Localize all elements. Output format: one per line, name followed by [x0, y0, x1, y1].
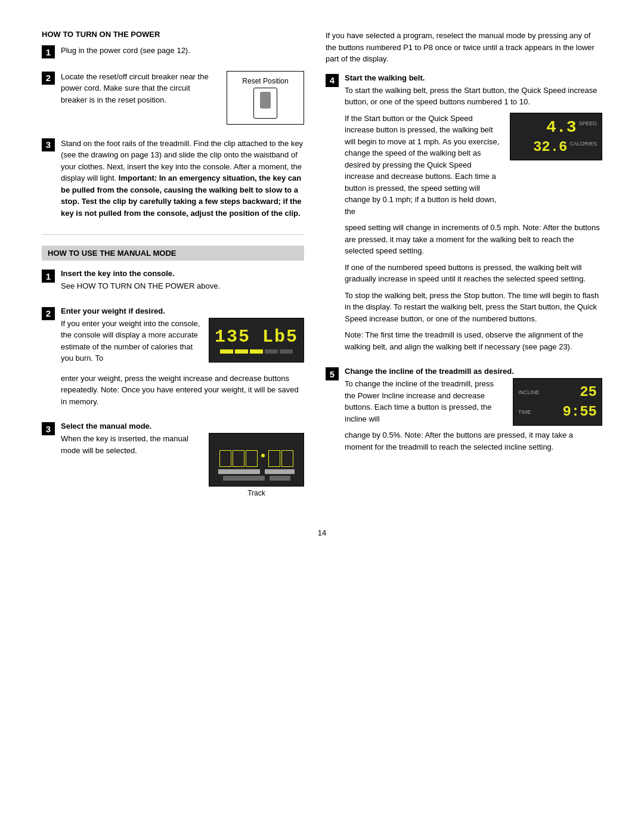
right-step-num-5: 5 [326, 367, 339, 380]
manual-step2-text2: enter your weight, press the weight incr… [61, 373, 304, 408]
step5-text1: To change the incline of the treadmill, … [345, 378, 504, 425]
step4-title: Start the walking belt. [345, 73, 602, 82]
step-num-1: 1 [42, 45, 55, 58]
weight-bar-3 [250, 349, 263, 354]
track-digit-3 [246, 450, 258, 467]
track-bars-row1 [218, 469, 295, 474]
weight-bars [220, 349, 293, 354]
track-digit-5 [281, 450, 293, 467]
speed-label: SPEED [578, 118, 597, 126]
track-digits-row [219, 450, 293, 467]
power-step1-text: Plug in the power cord (see page 12). [61, 45, 304, 57]
page-number: 14 [42, 528, 602, 537]
manual-step3-text: When the key is inserted, the manual mod… [61, 433, 200, 456]
time-label: TIME [518, 409, 542, 415]
step4-text5: To stop the walking belt, press the Stop… [345, 290, 602, 325]
track-dot [261, 454, 265, 457]
power-step3-text: Stand on the foot rails of the treadmill… [61, 138, 304, 219]
track-group-1 [219, 450, 258, 467]
track-bar-long2 [223, 476, 265, 481]
right-step5: 5 Change the incline of the treadmill as… [326, 367, 602, 457]
incline-row: INCLINE 25 [518, 384, 597, 400]
power-section-header: HOW TO TURN ON THE POWER [42, 30, 304, 39]
manual-step2-title: Enter your weight if desired. [61, 306, 304, 315]
weight-bar-4 [265, 349, 278, 354]
step4-text4: If one of the numbered speed buttons is … [345, 262, 602, 285]
manual-step-num-3: 3 [42, 422, 55, 435]
manual-step1-title: Insert the key into the console. [61, 269, 304, 278]
manual-section: HOW TO USE THE MANUAL MODE 1 Insert the … [42, 246, 304, 501]
section-divider [42, 234, 304, 235]
weight-display: 135 Lb5 [209, 318, 304, 363]
speed-display: 4.3 SPEED 32.6 CALORIES [510, 113, 602, 160]
weight-bar-1 [220, 349, 233, 354]
step5-inline-block: To change the incline of the treadmill, … [345, 378, 602, 429]
track-group-2 [268, 450, 293, 467]
manual-step3-title: Select the manual mode. [61, 422, 304, 431]
weight-bar-5 [280, 349, 293, 354]
incline-display: INCLINE 25 TIME 9:55 [513, 378, 602, 426]
weight-digits: 135 Lb5 [215, 327, 298, 347]
calories-row: 32.6 CALORIES [515, 139, 597, 155]
time-value: 9:55 [544, 404, 597, 420]
track-bar-short [270, 476, 290, 481]
step-num-2: 2 [42, 72, 55, 85]
track-bar-med [265, 469, 295, 474]
power-step2: 2 Locate the reset/off circuit breaker n… [42, 71, 304, 128]
reset-switch-image [253, 88, 277, 119]
manual-step-num-1: 1 [42, 270, 55, 283]
reset-position-box: Reset Position [227, 71, 304, 125]
speed-row: 4.3 SPEED [515, 118, 597, 137]
right-step-num-4: 4 [326, 74, 339, 87]
calories-label: CALORIES [569, 139, 597, 147]
step4-inline-block: If the Start button or the Quick Speed i… [345, 113, 602, 222]
calories-value: 32.6 [533, 139, 568, 155]
step4-text2: If the Start button or the Quick Speed i… [345, 113, 501, 218]
manual-step3: 3 Select the manual mode. When the key i… [42, 422, 304, 501]
right-step4: 4 Start the walking belt. To start the w… [326, 73, 602, 358]
manual-step1: 1 Insert the key into the console. See H… [42, 269, 304, 297]
step4-text6: Note: The first time the treadmill is us… [345, 329, 602, 352]
speed-value: 4.3 [546, 118, 576, 137]
track-display [209, 433, 304, 487]
step4-text1: To start the walking belt, press the Sta… [345, 85, 602, 108]
manual-step-num-2: 2 [42, 307, 55, 320]
step4-text3: speed setting will change in increments … [345, 222, 602, 257]
manual-step2-text1: If you enter your weight into the consol… [61, 318, 200, 364]
power-step3: 3 Stand on the foot rails of the treadmi… [42, 138, 304, 224]
time-row: TIME 9:55 [518, 404, 597, 420]
track-digit-2 [233, 450, 244, 467]
step5-text2: change by 0.5%. Note: After the buttons … [345, 429, 602, 453]
track-bars-row2 [223, 476, 290, 481]
track-bar-long [218, 469, 260, 474]
reset-position-label: Reset Position [242, 77, 288, 85]
track-digit-4 [268, 450, 280, 467]
power-step1: 1 Plug in the power cord (see page 12). [42, 45, 304, 61]
step-num-3: 3 [42, 138, 55, 151]
track-digit-1 [219, 450, 231, 467]
incline-value: 25 [544, 384, 597, 400]
manual-step1-text: See HOW TO TURN ON THE POWER above. [61, 280, 304, 292]
manual-section-header: HOW TO USE THE MANUAL MODE [42, 246, 304, 261]
incline-label: INCLINE [518, 389, 542, 395]
right-column: If you have selected a program, reselect… [326, 30, 602, 510]
power-step2-text: Locate the reset/off circuit breaker nea… [61, 71, 218, 106]
manual-step2: 2 Enter your weight if desired. If you e… [42, 306, 304, 413]
step5-title: Change the incline of the treadmill as d… [345, 367, 602, 376]
power-section: HOW TO TURN ON THE POWER 1 Plug in the p… [42, 30, 304, 224]
track-label: Track [247, 489, 265, 497]
intro-text: If you have selected a program, reselect… [326, 30, 602, 65]
weight-bar-2 [235, 349, 248, 354]
page: HOW TO TURN ON THE POWER 1 Plug in the p… [0, 0, 644, 833]
left-column: HOW TO TURN ON THE POWER 1 Plug in the p… [42, 30, 304, 510]
